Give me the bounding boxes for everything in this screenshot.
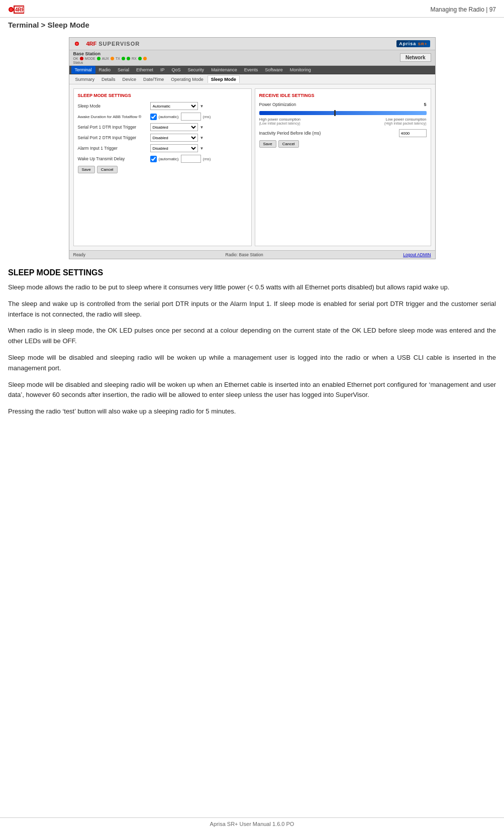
nav-radio[interactable]: Radio	[95, 66, 115, 74]
nav-security[interactable]: Security	[184, 66, 208, 74]
power-opt-label: Power Optimization	[259, 102, 296, 107]
wakeup-delay-checkbox[interactable]	[150, 156, 157, 162]
paragraph-3: When radio is in sleep mode, the OK LED …	[8, 326, 496, 347]
sleep-mode-select[interactable]: Automatic Disabled Enabled	[150, 102, 198, 110]
sleep-mode-row: Sleep Mode Automatic Disabled Enabled ▼	[78, 102, 247, 110]
logo-area: 4RF	[8, 4, 24, 15]
alarm-input-row: Alarm Input 1 Trigger Disabled Enabled ▼	[78, 144, 247, 152]
page-footer: Aprisa SR+ User Manual 1.6.0 PO	[0, 817, 504, 827]
subnav-details[interactable]: Details	[98, 76, 119, 83]
rx-label: RX	[132, 57, 137, 60]
sleep-mode-arrow: ▼	[200, 104, 204, 109]
aux-label: AUX	[102, 57, 109, 60]
left-panel: SLEEP MODE SETTINGS Sleep Mode Automatic…	[73, 88, 252, 246]
low-power-label: Low power consumption	[386, 117, 427, 122]
serial-port2-label: Serial Port 2 DTR Input Trigger	[78, 135, 148, 140]
nav-terminal[interactable]: Terminal	[71, 66, 95, 74]
nav-events[interactable]: Events	[241, 66, 262, 74]
left-save-button[interactable]: Save	[78, 166, 95, 173]
serial-port2-row: Serial Port 2 DTR Input Trigger Disabled…	[78, 134, 247, 142]
slider-labels: High power consumption (Low initial pack…	[259, 117, 427, 125]
inactivity-label: Inactivity Period Before Idle (ms)	[259, 131, 396, 136]
sp1-arrow: ▼	[200, 125, 204, 130]
nav-monitoring[interactable]: Monitoring	[286, 66, 315, 74]
screenshot-frame: 4RF SUPERVISOR Aprisa SR+ Base Station O…	[69, 37, 436, 259]
paragraph-2: The sleep and wake up is controlled from…	[8, 299, 496, 320]
serial-port1-label: Serial Port 1 DTR Input Trigger	[78, 125, 148, 130]
sleep-mode-label: Sleep Mode	[78, 103, 148, 109]
awake-duration-auto-label: (automatic)	[159, 115, 179, 119]
ready-status: Ready	[73, 252, 86, 257]
sv-brand: 4RF	[86, 41, 97, 47]
ok-label: OK	[73, 57, 78, 60]
right-save-button[interactable]: Save	[259, 140, 276, 148]
awake-duration-label: Awake Duration for ABB Totalflow ®	[78, 115, 148, 119]
supervisor-logo: 4RF SUPERVISOR	[74, 40, 140, 48]
alarm-input-select[interactable]: Disabled Enabled	[150, 144, 198, 152]
right-cancel-button[interactable]: Cancel	[278, 140, 299, 148]
nav-software[interactable]: Software	[261, 66, 286, 74]
page-number: Managing the Radio | 97	[430, 6, 496, 13]
logo-icon: 4RF	[8, 4, 24, 15]
inactivity-input[interactable]	[399, 129, 427, 137]
subnav-operating-mode[interactable]: Operating Mode	[168, 76, 207, 83]
radio-info: Radio: Base Station	[226, 252, 263, 257]
supervisor-bar: 4RF SUPERVISOR Aprisa SR+	[69, 38, 435, 50]
paragraph-6: Pressing the radio ‘test’ button will al…	[8, 406, 496, 417]
ok-led	[80, 57, 83, 60]
power-opt-value: 5	[424, 102, 426, 107]
aprisa-badge: Aprisa SR+	[396, 40, 430, 47]
right-panel-title: RECEIVE IDLE SETTINGS	[259, 93, 427, 98]
status-sublabel: Status	[73, 61, 83, 64]
awake-duration-checkbox[interactable]	[150, 114, 157, 120]
mode-label: MODE	[85, 57, 95, 60]
wakeup-delay-row: Wake Up Transmit Delay (automatic) (ms)	[78, 155, 247, 163]
base-station-label: Base Station	[73, 51, 101, 56]
awake-duration-unit: (ms)	[203, 115, 211, 119]
sp2-arrow: ▼	[200, 136, 204, 140]
power-slider[interactable]	[259, 111, 427, 115]
subnav-summary[interactable]: Summary	[72, 76, 98, 83]
page-header: 4RF Managing the Radio | 97	[0, 0, 504, 18]
footer-text: Aprisa SR+ User Manual 1.6.0 PO	[210, 821, 294, 827]
svg-point-1	[10, 8, 13, 11]
logout-link[interactable]: Logout ADMIN	[403, 252, 431, 257]
high-power-sub: (Low initial packet latency)	[259, 122, 300, 125]
wakeup-delay-auto-label: (automatic)	[159, 157, 179, 161]
svg-text:4RF: 4RF	[15, 7, 24, 13]
high-power-label: High power consumption	[259, 117, 301, 122]
rx-led2	[143, 57, 147, 60]
nav-qos[interactable]: QoS	[168, 66, 184, 74]
right-panel: RECEIVE IDLE SETTINGS Power Optimization…	[255, 88, 431, 246]
awake-duration-input[interactable]	[181, 113, 201, 121]
inactivity-row: Inactivity Period Before Idle (ms)	[259, 129, 427, 137]
left-cancel-button[interactable]: Cancel	[97, 166, 118, 173]
left-panel-title: SLEEP MODE SETTINGS	[78, 93, 247, 98]
nav-menu: Terminal Radio Serial Ethernet IP QoS Se…	[69, 66, 435, 74]
left-panel-buttons: Save Cancel	[78, 166, 247, 173]
mode-led	[97, 57, 100, 60]
nav-ethernet[interactable]: Ethernet	[133, 66, 157, 74]
serial-port2-select[interactable]: Disabled Enabled	[150, 134, 198, 142]
subnav-sleep-mode[interactable]: Sleep Mode	[208, 75, 240, 83]
rx-led	[138, 57, 142, 60]
serial-port1-select[interactable]: Disabled Enabled	[150, 123, 198, 131]
paragraph-4: Sleep mode will be disabled and sleeping…	[8, 353, 496, 374]
main-content: 4RF SUPERVISOR Aprisa SR+ Base Station O…	[0, 32, 504, 428]
nav-serial[interactable]: Serial	[114, 66, 133, 74]
sub-nav: Summary Details Device Date/Time Operati…	[69, 74, 435, 84]
subnav-device[interactable]: Device	[120, 76, 140, 83]
aux-led	[111, 57, 114, 60]
panel-area: SLEEP MODE SETTINGS Sleep Mode Automatic…	[69, 84, 435, 250]
slider-handle	[334, 110, 336, 116]
subnav-datetime[interactable]: Date/Time	[140, 76, 167, 83]
tx-led	[122, 57, 125, 60]
wakeup-delay-label: Wake Up Transmit Delay	[78, 156, 148, 161]
screenshot-footer: Ready Radio: Base Station Logout ADMIN	[69, 250, 435, 259]
nav-ip[interactable]: IP	[157, 66, 168, 74]
aprisa-plus-icon: SR+	[418, 42, 428, 46]
paragraph-1: Sleep mode allows the radio to be put to…	[8, 282, 496, 293]
power-opt-row: Power Optimization 5	[259, 102, 427, 107]
nav-maintenance[interactable]: Maintenance	[208, 66, 241, 74]
wakeup-delay-input[interactable]	[181, 155, 201, 163]
